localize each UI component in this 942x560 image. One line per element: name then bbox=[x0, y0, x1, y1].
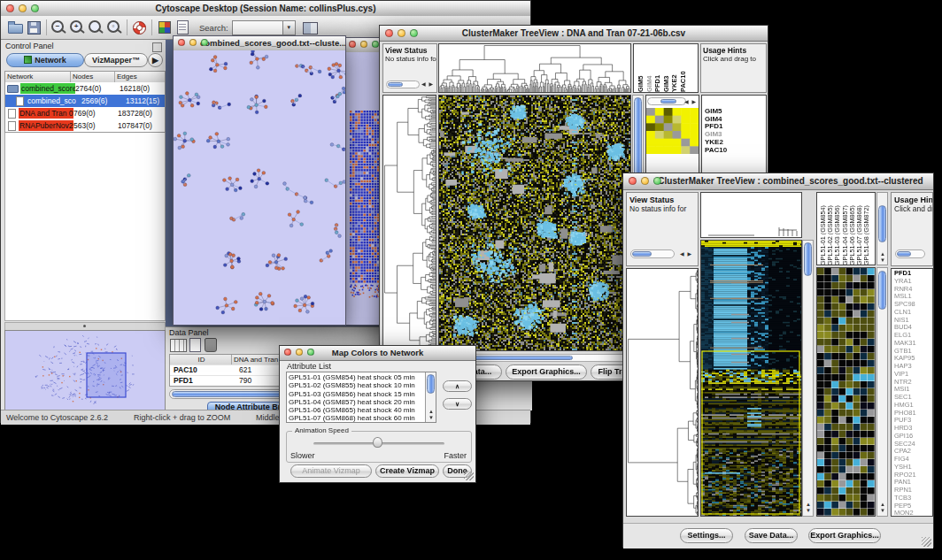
tab-network[interactable]: Network bbox=[6, 53, 84, 67]
gene-label[interactable]: PAC10 bbox=[705, 147, 727, 155]
close-button[interactable] bbox=[629, 177, 637, 185]
zoom-button[interactable] bbox=[372, 41, 379, 48]
network-table-row[interactable]: DNA and Tran 07769(0)183728(0) bbox=[5, 107, 165, 119]
open-session-icon[interactable] bbox=[6, 19, 25, 36]
gene-label[interactable]: YRA1 bbox=[894, 278, 916, 286]
gene-label[interactable]: SEC24 bbox=[894, 441, 916, 449]
zoom-button[interactable] bbox=[201, 39, 208, 46]
minimize-button[interactable] bbox=[19, 4, 27, 12]
gene-label[interactable]: SPC98 bbox=[894, 301, 916, 309]
index-book-icon[interactable] bbox=[301, 19, 320, 36]
array-label[interactable]: GPL51-03 (GSM856) bbox=[834, 194, 840, 265]
attribute-list-item[interactable]: GPL51-01 (GSM854) heat shock 05 min bbox=[289, 373, 424, 381]
gene-label[interactable]: PEP5 bbox=[894, 502, 916, 510]
zoom-selected-icon[interactable]: ▫ bbox=[105, 19, 124, 36]
minimize-button[interactable] bbox=[296, 349, 303, 356]
global-heatmap[interactable] bbox=[700, 240, 802, 517]
resize-grip[interactable] bbox=[464, 471, 474, 480]
attribute-list-item[interactable]: GPL51-07 (GSM868) heat shock 60 min bbox=[289, 414, 424, 422]
detail-heatmap-canvas[interactable] bbox=[646, 108, 699, 154]
close-button[interactable] bbox=[284, 349, 291, 356]
dialog-titlebar[interactable]: Map Colors to Network bbox=[280, 346, 475, 361]
gene-label[interactable]: RPO21 bbox=[894, 472, 916, 479]
gene-label[interactable]: HAP3 bbox=[894, 363, 916, 371]
search-dropdown-arrow[interactable]: ▼ bbox=[283, 20, 296, 35]
gene-label[interactable]: NTR2 bbox=[894, 379, 916, 387]
resize-grip[interactable] bbox=[922, 537, 931, 547]
row-dendrogram[interactable] bbox=[382, 95, 436, 351]
gene-label[interactable]: KAP95 bbox=[894, 355, 916, 363]
vscroll-thumb[interactable] bbox=[427, 374, 435, 394]
zoom-button[interactable] bbox=[307, 349, 314, 356]
float-panel-icon[interactable] bbox=[152, 42, 162, 52]
minimize-button[interactable] bbox=[641, 177, 649, 185]
scroll-arrows[interactable]: ◀ ▶ bbox=[421, 81, 434, 87]
detail-hscrollbar[interactable] bbox=[647, 97, 686, 105]
tab-vizmapper[interactable]: VizMapper™ bbox=[84, 53, 148, 67]
gene-label[interactable]: RNR4 bbox=[894, 286, 916, 294]
settings-button[interactable]: Settings... bbox=[680, 528, 733, 543]
help-lifering-icon[interactable] bbox=[130, 19, 149, 36]
close-button[interactable] bbox=[385, 29, 393, 37]
window-controls[interactable] bbox=[6, 4, 39, 12]
annotation-icon[interactable] bbox=[174, 19, 192, 36]
export-graphics-button[interactable]: Export Graphics... bbox=[808, 528, 881, 543]
close-button[interactable] bbox=[6, 4, 14, 12]
gene-label[interactable]: GIM5 bbox=[705, 108, 727, 116]
row-dendrogram[interactable] bbox=[626, 268, 699, 517]
zoom-out-icon[interactable]: − bbox=[50, 19, 68, 36]
vscroll-thumb[interactable] bbox=[804, 242, 812, 276]
array-label[interactable]: GPL51-02 (GSM855) bbox=[827, 194, 833, 265]
array-label[interactable]: GPL51-08 (GSM872) bbox=[863, 194, 869, 265]
gene-label[interactable]: NIS1 bbox=[894, 317, 916, 325]
global-heatmap[interactable] bbox=[438, 95, 631, 351]
column-label[interactable]: GIM4 bbox=[646, 46, 653, 92]
attribute-list-item[interactable]: GPL51-02 (GSM855) heat shock 10 min bbox=[289, 381, 424, 389]
vizmapper-icon[interactable] bbox=[155, 19, 174, 36]
usage-scrollbar[interactable] bbox=[895, 249, 925, 258]
column-label[interactable]: YKE2 bbox=[671, 46, 678, 92]
attribute-list-item[interactable]: GPL51-04 (GSM857) heat shock 20 min bbox=[289, 398, 424, 406]
save-data-button[interactable]: Save Data... bbox=[745, 528, 798, 543]
detail-vscrollbar[interactable]: ▲ ▼ bbox=[876, 267, 888, 517]
attribute-list-item[interactable]: GPL51-06 (GSM865) heat shock 40 min bbox=[289, 406, 424, 414]
table-mode-icon[interactable] bbox=[170, 339, 187, 352]
zoom-fit-icon[interactable] bbox=[87, 19, 105, 36]
status-scrollbar[interactable] bbox=[386, 81, 420, 88]
network-canvas[interactable] bbox=[174, 50, 345, 325]
gene-label[interactable]: GIM4 bbox=[705, 116, 727, 124]
gene-label[interactable]: CPA2 bbox=[894, 448, 916, 456]
gene-label[interactable]: HMG1 bbox=[894, 402, 916, 410]
treeview1-titlebar[interactable]: ClusterMaker TreeView : DNA and Tran 07-… bbox=[380, 26, 768, 42]
close-button[interactable] bbox=[349, 41, 356, 48]
window-controls[interactable] bbox=[629, 177, 661, 185]
gene-label[interactable]: MSL1 bbox=[894, 293, 916, 301]
column-label[interactable]: GIM3 bbox=[663, 46, 670, 92]
overview-canvas[interactable] bbox=[5, 331, 163, 408]
gene-label[interactable]: PUF3 bbox=[894, 417, 916, 425]
search-input[interactable] bbox=[232, 20, 283, 35]
gene-label[interactable]: BUD4 bbox=[894, 324, 916, 332]
gene-label[interactable]: TCB3 bbox=[894, 495, 916, 502]
gene-label[interactable]: MSI1 bbox=[894, 386, 916, 394]
zoom-in-icon[interactable]: + bbox=[68, 19, 87, 36]
zoom-button[interactable] bbox=[653, 177, 661, 185]
window-controls[interactable] bbox=[385, 29, 418, 37]
vscroll-thumb[interactable] bbox=[878, 205, 886, 242]
gene-label[interactable]: PFD1 bbox=[894, 270, 916, 278]
delete-attribute-icon[interactable] bbox=[205, 338, 217, 352]
column-label[interactable]: PFD1 bbox=[654, 46, 661, 92]
gene-label[interactable]: GPI16 bbox=[894, 433, 916, 441]
gene-label[interactable]: YSH1 bbox=[894, 464, 916, 472]
gene-label[interactable]: MAK31 bbox=[894, 340, 916, 348]
network-window-titlebar[interactable]: combined_scores_good.txt--cluste... bbox=[174, 36, 345, 51]
column-label[interactable]: GIM5 bbox=[637, 46, 645, 92]
create-vizmap-button[interactable]: Create Vizmap bbox=[375, 464, 439, 478]
network-overview-panel[interactable] bbox=[4, 330, 166, 410]
gene-label[interactable]: GTB1 bbox=[894, 348, 916, 356]
gene-label[interactable]: CLN1 bbox=[894, 309, 916, 317]
network-table-row[interactable]: RNAPuberNov2+563(0)107847(0) bbox=[5, 119, 165, 132]
speed-slider-thumb[interactable] bbox=[373, 437, 382, 448]
scroll-arrows[interactable]: ◀ ▶ bbox=[684, 99, 697, 104]
minimize-button[interactable] bbox=[398, 29, 405, 37]
